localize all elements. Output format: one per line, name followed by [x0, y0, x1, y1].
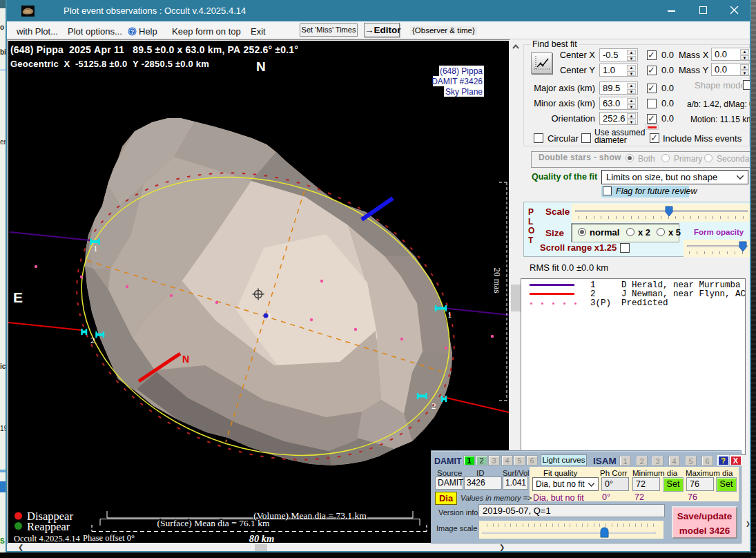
svg-text:20 mas: 20 mas	[492, 267, 503, 293]
svg-text:?: ?	[130, 28, 135, 35]
svg-text:80 km: 80 km	[249, 533, 275, 543]
svg-text:(Surface) Mean dia = 76.1 km: (Surface) Mean dia = 76.1 km	[157, 518, 270, 528]
svg-text:Occult 4.2025.4.14: Occult 4.2025.4.14	[14, 534, 81, 543]
svg-text:E: E	[13, 289, 23, 305]
svg-text:1: 1	[93, 243, 98, 253]
svg-text:3: 3	[267, 312, 271, 320]
svg-text:Phase offset 0°: Phase offset 0°	[83, 533, 135, 543]
svg-text:1: 1	[447, 309, 452, 320]
svg-text:N: N	[182, 354, 189, 365]
svg-text:Sky Plane: Sky Plane	[445, 87, 483, 97]
svg-text:2: 2	[90, 335, 95, 345]
svg-text:Reappear: Reappear	[27, 520, 70, 533]
svg-text:(648) Pippa: (648) Pippa	[440, 66, 483, 76]
svg-text:DAMIT #3426: DAMIT #3426	[432, 77, 483, 86]
svg-text:(648) Pippa 2025 Apr 11 89.: (648) Pippa 2025 Apr 11 89.5 ±0.0 x 63.0…	[10, 44, 298, 55]
svg-text:N: N	[256, 59, 266, 74]
svg-text:2: 2	[432, 401, 436, 411]
svg-text:Geocentric X -5125.8 ±0.0 Y: Geocentric X -5125.8 ±0.0 Y -2850.5 ±0.0…	[10, 59, 209, 69]
